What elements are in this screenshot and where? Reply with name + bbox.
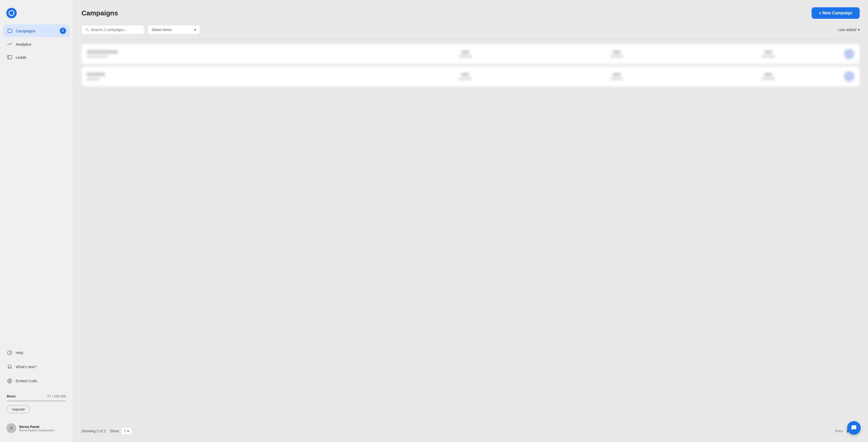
whats-new-label: What's new?: [16, 365, 36, 369]
campaign-stat-3: [692, 73, 844, 80]
logo-inner-ring: [9, 10, 14, 16]
user-section: Berna Partal Berna Partal's Organization: [0, 419, 73, 437]
sidebar-item-leads[interactable]: Leads: [3, 51, 70, 63]
campaign-stat-2: [541, 73, 692, 80]
search-icon: [85, 28, 89, 32]
campaign-stat-1: [390, 50, 541, 58]
sort-dropdown[interactable]: Last added ▾: [838, 28, 860, 32]
campaign-sub-placeholder: [87, 78, 100, 80]
user-info: Berna Partal Berna Partal's Organization: [19, 425, 67, 432]
sidebar-item-embed-code[interactable]: Embed Code: [3, 375, 70, 387]
chat-bubble-button[interactable]: [847, 421, 861, 435]
embed-code-label: Embed Code: [16, 379, 37, 383]
show-label: Show: [110, 429, 119, 433]
analytics-icon: [7, 41, 12, 47]
search-box[interactable]: [82, 25, 144, 34]
table-row[interactable]: [82, 67, 860, 87]
page-title: Campaigns: [82, 9, 118, 17]
main-nav: Campaigns 2 Analytics Leads: [0, 25, 73, 347]
sidebar-item-whats-new[interactable]: What's new?: [3, 361, 70, 373]
select-items-label: Select items: [152, 28, 172, 32]
plan-header: Basic 27 / 100.000: [7, 394, 66, 398]
prev-page-button[interactable]: Prev: [835, 429, 843, 433]
plan-label: Basic: [7, 394, 16, 398]
search-input[interactable]: [91, 28, 140, 32]
campaigns-badge: 2: [60, 28, 66, 34]
show-num-value: 7: [124, 429, 126, 433]
campaign-name-col: [87, 50, 390, 58]
show-num-chevron: ▾: [127, 429, 129, 433]
chat-icon: [850, 424, 857, 431]
page-header: Campaigns + New Campaign: [82, 7, 860, 19]
svg-rect-0: [7, 55, 12, 59]
sort-label: Last added: [838, 28, 856, 32]
table-row[interactable]: [82, 44, 860, 64]
campaign-list: [82, 44, 860, 423]
show-num-dropdown[interactable]: 7 ▾: [121, 428, 132, 435]
leads-icon: [7, 54, 12, 60]
sidebar: Campaigns 2 Analytics Leads: [0, 0, 73, 442]
plan-progress-bar: [7, 400, 66, 402]
embed-icon: [7, 378, 12, 384]
bell-icon: [7, 364, 12, 370]
plan-section: Basic 27 / 100.000 Upgrade: [3, 390, 70, 417]
campaign-stat-1: [390, 73, 541, 80]
campaign-stat-3: [692, 50, 844, 58]
svg-point-5: [9, 380, 10, 382]
campaign-name-placeholder: [87, 50, 118, 54]
new-campaign-button[interactable]: + New Campaign: [812, 7, 860, 19]
plan-count: 27 / 100.000: [47, 394, 66, 398]
user-org: Berna Partal's Organization: [19, 429, 67, 432]
svg-line-10: [88, 30, 89, 31]
help-label: Help: [16, 351, 23, 355]
logo-container: [0, 5, 73, 25]
help-icon: ?: [7, 350, 12, 355]
sidebar-item-help[interactable]: ? Help: [3, 347, 70, 359]
toolbar: Select items ▾ Last added ▾: [82, 25, 860, 39]
leads-label: Leads: [16, 55, 26, 60]
sort-chevron-icon: ▾: [858, 28, 860, 32]
pagination-bar: Showing 2 of 2 Show 7 ▾ Prev 1 Next: [82, 423, 860, 435]
select-items-dropdown[interactable]: Select items ▾: [148, 25, 200, 34]
avatar: [6, 423, 16, 433]
main-content: Campaigns + New Campaign Select items ▾ …: [73, 0, 868, 442]
campaign-action-btn[interactable]: [844, 71, 855, 82]
campaigns-label: Campaigns: [16, 29, 35, 33]
user-name: Berna Partal: [19, 425, 67, 429]
sidebar-bottom-nav: ? Help What's new?: [0, 347, 73, 388]
campaign-name-col: [87, 72, 390, 80]
show-select: Show 7 ▾: [110, 428, 132, 435]
campaign-name-placeholder: [87, 72, 105, 76]
sidebar-item-analytics[interactable]: Analytics: [3, 38, 70, 50]
campaign-stat-2: [541, 50, 692, 58]
campaigns-icon: [7, 28, 12, 34]
analytics-label: Analytics: [16, 42, 31, 46]
showing-count: Showing 2 of 2: [82, 429, 106, 433]
sidebar-item-campaigns[interactable]: Campaigns 2: [3, 25, 70, 37]
campaign-sub-placeholder: [87, 55, 107, 58]
campaign-action-btn[interactable]: [844, 49, 855, 59]
chevron-down-icon: ▾: [194, 28, 196, 32]
svg-text:?: ?: [9, 351, 11, 355]
svg-point-8: [10, 426, 12, 429]
upgrade-button[interactable]: Upgrade: [7, 405, 30, 413]
logo-icon: [6, 8, 17, 18]
